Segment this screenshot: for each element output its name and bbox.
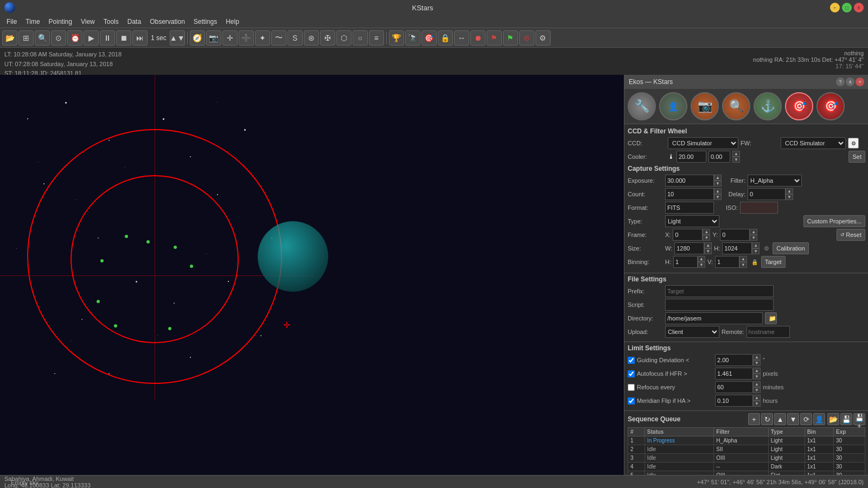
guiding-checkbox[interactable]: [628, 357, 635, 364]
toolbar-wave[interactable]: 〜: [271, 30, 286, 46]
autofocus-down[interactable]: ▼: [753, 374, 761, 380]
ekos-align-button[interactable]: ⚓: [754, 92, 782, 120]
toolbar-flag-red[interactable]: ⚑: [487, 30, 502, 46]
w-down[interactable]: ▼: [704, 248, 712, 254]
filter-select[interactable]: H_Alpha: [748, 175, 802, 187]
toolbar-stop-red[interactable]: ⊘: [519, 30, 534, 46]
temp-up[interactable]: ▲: [732, 151, 740, 157]
refocus-down[interactable]: ▼: [753, 387, 761, 393]
toolbar-pause[interactable]: ⏸: [100, 30, 115, 46]
menu-settings[interactable]: Settings: [189, 17, 221, 27]
format-input[interactable]: [665, 202, 714, 214]
ekos-tools-button[interactable]: 🔧: [628, 92, 656, 120]
toolbar-plus[interactable]: ➕: [239, 30, 254, 46]
toolbar-timestep[interactable]: ▲▼: [170, 30, 185, 46]
count-down[interactable]: ▼: [714, 194, 722, 200]
toolbar-center[interactable]: ⊙: [51, 30, 66, 46]
exp-up[interactable]: ▲: [714, 175, 722, 181]
reset-btn[interactable]: ↺Reset: [837, 229, 865, 241]
meridian-down[interactable]: ▼: [753, 401, 761, 407]
close-button[interactable]: ×: [854, 3, 864, 12]
seq-load-btn[interactable]: 📂: [827, 413, 839, 425]
maximize-button[interactable]: □: [842, 3, 852, 12]
delay-up[interactable]: ▲: [786, 188, 793, 194]
toolbar-compass[interactable]: 🧭: [190, 30, 205, 46]
meridian-input[interactable]: [715, 395, 753, 407]
toolbar-ff[interactable]: ⏭: [132, 30, 148, 46]
ekos-focus-button[interactable]: 🔍: [722, 92, 750, 120]
menu-observation[interactable]: Observation: [145, 17, 189, 27]
toolbar-play[interactable]: ▶: [84, 30, 99, 46]
w-up[interactable]: ▲: [704, 242, 712, 248]
h-up[interactable]: ▲: [752, 242, 760, 248]
toolbar-ekos[interactable]: ⚙: [535, 30, 551, 46]
refocus-checkbox[interactable]: [628, 384, 635, 391]
minimize-button[interactable]: −: [830, 3, 840, 12]
autofocus-up[interactable]: ▲: [753, 368, 761, 374]
exposure-input[interactable]: [665, 175, 714, 187]
seq-add-btn[interactable]: +: [748, 413, 760, 425]
menu-help[interactable]: Help: [221, 17, 244, 27]
y-down[interactable]: ▼: [750, 235, 757, 241]
target-btn[interactable]: Target: [761, 256, 786, 268]
seq-refresh-btn[interactable]: ↻: [761, 413, 773, 425]
h-input[interactable]: [722, 242, 752, 254]
menu-data[interactable]: Data: [123, 17, 145, 27]
delay-input[interactable]: [748, 188, 786, 200]
fw-select[interactable]: CCD Simulator: [781, 137, 846, 149]
toolbar-s1[interactable]: S: [288, 30, 303, 46]
directory-input[interactable]: [665, 312, 763, 324]
guiding-input[interactable]: [715, 354, 753, 366]
script-input[interactable]: [665, 299, 774, 311]
seq-saveas-btn[interactable]: 💾+: [853, 413, 865, 425]
ekos-close[interactable]: ×: [856, 78, 864, 86]
seq-up-btn[interactable]: ▲: [774, 413, 786, 425]
menu-view[interactable]: View: [76, 17, 99, 27]
toolbar-s2[interactable]: ⊛: [304, 30, 319, 46]
delay-down[interactable]: ▼: [786, 194, 793, 200]
temp-input2[interactable]: [709, 151, 730, 163]
type-select[interactable]: Light: [665, 215, 719, 227]
menu-tools[interactable]: Tools: [99, 17, 123, 27]
toolbar-arrows[interactable]: ↔: [454, 30, 469, 46]
guiding-down[interactable]: ▼: [753, 360, 761, 366]
toolbar-cross2[interactable]: ✠: [320, 30, 335, 46]
toolbar-hex[interactable]: ⬡: [336, 30, 352, 46]
meridian-up[interactable]: ▲: [753, 395, 761, 401]
toolbar-binoculars[interactable]: 🔭: [405, 30, 420, 46]
y-up[interactable]: ▲: [750, 229, 757, 235]
ekos-camera-button[interactable]: 📷: [691, 92, 719, 120]
x-input[interactable]: [673, 229, 703, 241]
ccd-select[interactable]: CCD Simulator: [668, 137, 738, 149]
x-down[interactable]: ▼: [703, 235, 710, 241]
ekos-help[interactable]: ?: [836, 78, 845, 86]
toolbar-circle[interactable]: ○: [353, 30, 368, 46]
y-input[interactable]: [720, 229, 750, 241]
autofocus-input[interactable]: [715, 368, 753, 380]
prefix-input[interactable]: [665, 285, 774, 297]
set-temp-btn[interactable]: Set: [848, 151, 865, 163]
bv-down[interactable]: ▼: [739, 262, 747, 268]
meridian-checkbox[interactable]: [628, 397, 635, 404]
custom-props-btn[interactable]: Custom Properties...: [803, 215, 865, 227]
remote-input[interactable]: [746, 326, 790, 338]
temp-down[interactable]: ▼: [732, 157, 740, 163]
seq-person-btn[interactable]: 👤: [813, 413, 825, 425]
toolbar-record[interactable]: ⏺: [470, 30, 486, 46]
toolbar-flag-green[interactable]: ⚑: [503, 30, 518, 46]
count-up[interactable]: ▲: [714, 188, 722, 194]
x-up[interactable]: ▲: [703, 229, 710, 235]
calibration-btn[interactable]: Calibration: [773, 242, 809, 254]
toolbar-stop[interactable]: ⏹: [116, 30, 131, 46]
autofocus-checkbox[interactable]: [628, 370, 635, 377]
seq-save-btn[interactable]: 💾: [840, 413, 852, 425]
bh-down[interactable]: ▼: [698, 262, 705, 268]
temp-input[interactable]: [676, 151, 706, 163]
toolbar-open[interactable]: 📂: [2, 30, 17, 46]
guiding-up[interactable]: ▲: [753, 354, 761, 360]
toolbar-zoom-in[interactable]: 🔍: [35, 30, 50, 46]
toolbar-target2[interactable]: 🎯: [422, 30, 437, 46]
skymap[interactable]: ✛: [0, 75, 624, 475]
bh-input[interactable]: [673, 256, 698, 268]
directory-browse-btn[interactable]: 📁: [765, 312, 777, 324]
